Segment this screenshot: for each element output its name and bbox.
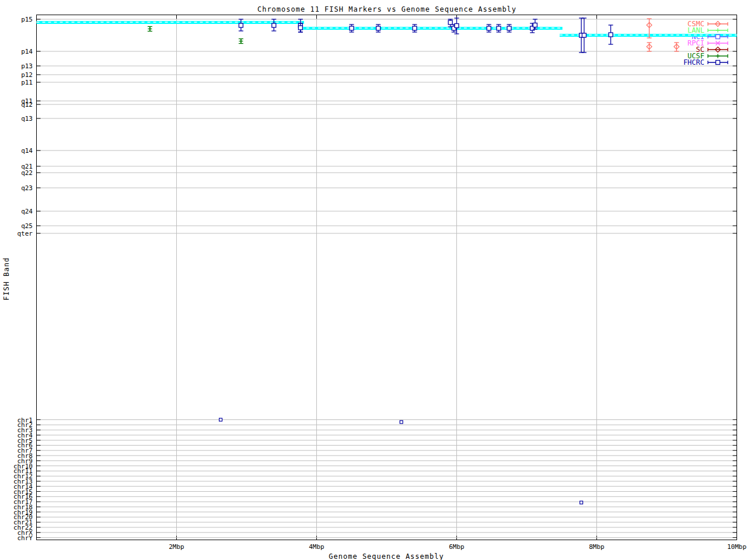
y-band-label: p14 bbox=[21, 48, 33, 55]
marker-square bbox=[298, 26, 302, 30]
marker-square bbox=[350, 26, 354, 30]
marker-square bbox=[716, 61, 720, 65]
marker-square bbox=[716, 35, 720, 39]
y-band-label: q25 bbox=[21, 222, 33, 230]
x-tick-label: 2Mbp bbox=[169, 543, 184, 551]
y-band-label: q23 bbox=[21, 184, 33, 192]
marker-square bbox=[533, 23, 537, 27]
marker-square bbox=[239, 23, 243, 27]
x-axis-title: Genome Sequence Assembly bbox=[329, 552, 444, 560]
y-band-label: p15 bbox=[21, 16, 33, 23]
marker-square bbox=[448, 20, 452, 24]
coverage-band bbox=[37, 21, 304, 24]
marker-square bbox=[413, 26, 417, 30]
marker-small-square bbox=[219, 418, 222, 421]
x-tick-label: 4Mbp bbox=[309, 543, 324, 551]
x-tick-label: 10Mbp bbox=[727, 543, 746, 551]
x-tick-label: 6Mbp bbox=[449, 543, 465, 551]
y-band-label: q14 bbox=[21, 147, 33, 155]
y-band-label: p13 bbox=[21, 62, 33, 70]
x-tick-label: 8Mbp bbox=[589, 543, 605, 551]
y-axis-title: FISH Band bbox=[2, 257, 11, 300]
y-band-label: q22 bbox=[21, 169, 33, 177]
marker-square bbox=[272, 23, 276, 27]
chart-title: Chromosome 11 FISH Markers vs Genome Seq… bbox=[257, 5, 516, 13]
marker-small-square bbox=[400, 421, 403, 424]
marker-square bbox=[376, 26, 381, 30]
marker-square bbox=[487, 26, 491, 30]
y-band-label: qter bbox=[18, 230, 33, 237]
marker-square bbox=[582, 33, 586, 37]
y-band-label: p11 bbox=[21, 79, 33, 86]
legend-label: FHCRC bbox=[683, 58, 704, 66]
marker-small-square bbox=[580, 501, 583, 504]
marker-square bbox=[497, 26, 501, 30]
y-band-label: q13 bbox=[21, 115, 33, 123]
marker-square bbox=[609, 33, 613, 37]
marker-square bbox=[507, 26, 511, 30]
marker-square bbox=[455, 24, 459, 28]
plot-border bbox=[37, 15, 737, 540]
y-band-label: q24 bbox=[21, 208, 33, 215]
y-band-label: q12 bbox=[21, 101, 33, 108]
y-band-label: p12 bbox=[21, 71, 33, 79]
y-band-label: chrY bbox=[18, 534, 33, 542]
plot-canvas: 2Mbp4Mbp6Mbp8Mbp10Mbpp15p14p13p12p11q11q… bbox=[0, 0, 747, 560]
fish-marker-chart: Chromosome 11 FISH Markers vs Genome Seq… bbox=[0, 0, 747, 560]
